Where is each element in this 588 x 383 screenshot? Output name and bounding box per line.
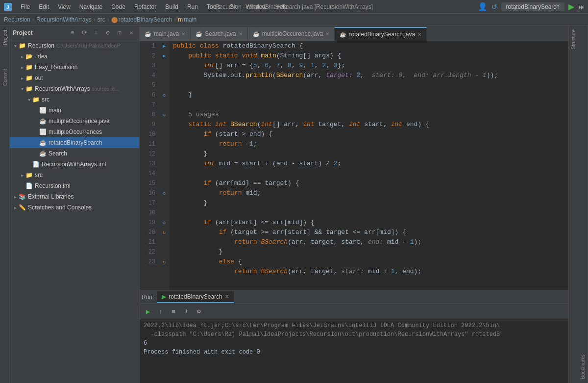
breadcrumb-file-icon: ⬤	[111, 16, 118, 23]
code-content[interactable]: public class rotatedBinarySearch { publi…	[169, 41, 568, 290]
tree-item-multiple-occ[interactable]: ☕ multipleOccurence.java	[10, 116, 139, 127]
gutter-diamond-19[interactable]: ◇	[159, 218, 169, 228]
menu-refactor[interactable]: Refactor	[130, 2, 160, 11]
close-panel-icon[interactable]: ✕	[126, 28, 136, 38]
layout-icon[interactable]: ◫	[115, 28, 124, 38]
tab-search-close[interactable]: ✕	[239, 31, 243, 37]
tree-label-main-pkg: main	[49, 107, 61, 114]
tree-label-multiple-occs: multipleOccurrences	[49, 128, 102, 135]
run-scroll-btn[interactable]: ⬇	[181, 306, 192, 317]
tree-item-rotated[interactable]: ☕ rotatedBinarySearch	[10, 137, 139, 148]
menu-build[interactable]: Build	[161, 2, 182, 11]
run-label: Run:	[142, 294, 154, 301]
collapse-all-icon[interactable]: ≡	[91, 28, 101, 38]
code-editor: 1 2 3 4 5 6 7 8 9 10 11 12 13 14 15 16 1…	[140, 41, 568, 290]
tree-item-idea[interactable]: ▸ 📂 .idea	[10, 51, 139, 62]
gutter-refresh-20[interactable]: ↻	[159, 228, 169, 237]
tree-item-out[interactable]: ▸ 📁 out	[10, 73, 139, 83]
breadcrumb-method[interactable]: main	[184, 16, 196, 23]
line-num-2: 2	[140, 51, 155, 61]
tab-bar: ☕ main.java ✕ ☕ Search.java ✕ ☕ multiple…	[140, 26, 568, 41]
tree-item-search[interactable]: ☕ Search	[10, 148, 139, 159]
tab-multiple[interactable]: ☕ multipleOccurence.java ✕	[248, 27, 335, 41]
left-sidebar-icons: Project Commit	[0, 26, 10, 383]
tree-item-recursion[interactable]: ▾ 📁 Recursion C:\Users\Raj Palmal\IdeaP	[10, 40, 139, 51]
line-num-19: 19	[140, 218, 155, 228]
structure-tab[interactable]: Structure	[570, 26, 577, 53]
code-line-4: System.out.println(BSearch(arr, target: …	[173, 71, 564, 80]
tab-rotated[interactable]: ☕ rotatedBinarySearch.java ✕	[335, 27, 427, 41]
project-toolbar: Project ⊕ ⟳ ≡ ⚙ ◫ ✕	[10, 26, 139, 40]
tree-item-ext-libs[interactable]: ▸ 📚 External Libraries	[10, 191, 139, 202]
tree-label-idea: .idea	[35, 53, 48, 60]
run-stop-button[interactable]: ■	[168, 306, 179, 317]
tab-main-close[interactable]: ✕	[181, 31, 185, 37]
sync-icon[interactable]: ⟳	[79, 28, 89, 38]
tree-arrow-ext-libs: ▸	[12, 194, 19, 200]
vcs-icon[interactable]: ↺	[491, 3, 497, 11]
lib-icon: 📚	[19, 193, 26, 200]
gutter: ▶ ▶ ◇ ◇ ◇ ◇ ↻	[159, 41, 169, 290]
gutter-refresh-23[interactable]: ↻	[159, 257, 169, 267]
tree-arrow-idea: ▸	[19, 54, 25, 59]
menu-edit[interactable]: Edit	[35, 2, 53, 11]
tree-item-src2[interactable]: ▸ 📁 src	[10, 170, 139, 180]
tree-item-easy[interactable]: ▸ 📁 Easy_Recursion	[10, 62, 139, 73]
gutter-diamond-6[interactable]: ◇	[159, 90, 169, 100]
run-play-button[interactable]: ▶	[143, 306, 153, 317]
run-settings-btn[interactable]: ⚙	[194, 306, 204, 317]
breadcrumb-file[interactable]: rotatedBinarySearch	[119, 16, 172, 23]
run-rerun-button[interactable]: ↑	[155, 306, 166, 317]
tree-item-rec-iml[interactable]: 📄 Recursion.iml	[10, 180, 139, 191]
next-button[interactable]: ⏭	[578, 3, 585, 11]
tree-item-rwa[interactable]: ▾ 📁 RecursionWithArrays sources ro...	[10, 83, 139, 94]
code-line-20: return BSearch(arr, target, start, end: …	[173, 237, 564, 247]
tree-item-src[interactable]: ▾ 📁 src	[10, 94, 139, 105]
run-tab-rotated[interactable]: ▶ rotatedBinarySearch ✕	[157, 291, 233, 303]
code-line-18: if (arr[start] <= arr[mid]) {	[173, 218, 564, 228]
gutter-empty-10	[159, 129, 169, 139]
menu-run[interactable]: Run	[183, 2, 202, 11]
run-tab-close[interactable]: ✕	[225, 294, 229, 299]
console-line-2: -classpath "C:\Users\Raj Palmal\IdeaProj…	[144, 330, 564, 339]
code-line-17	[173, 208, 564, 218]
gutter-diamond-8[interactable]: ◇	[159, 110, 169, 120]
code-line-8b: static int BSearch(int[] arr, int target…	[173, 120, 564, 129]
scratches-icon: ✏️	[19, 204, 26, 211]
commit-icon[interactable]: Commit	[0, 68, 9, 87]
gutter-empty-7	[159, 100, 169, 110]
tab-main[interactable]: ☕ main.java ✕	[140, 27, 191, 41]
tree-item-multiple-occs[interactable]: ⬜ multipleOccurrences	[10, 127, 139, 137]
gutter-diamond-16[interactable]: ◇	[159, 188, 169, 198]
tree-path: C:\Users\Raj Palmal\IdeaP	[56, 43, 121, 49]
gutter-run-2[interactable]: ▶	[159, 51, 169, 61]
tree-item-rwa-iml[interactable]: 📄 RecursionWithArrays.iml	[10, 159, 139, 170]
menu-navigate[interactable]: Navigate	[75, 2, 106, 11]
tree-item-main-pkg[interactable]: ⬜ main	[10, 105, 139, 116]
gutter-run-1[interactable]: ▶	[159, 41, 169, 51]
breadcrumb-src[interactable]: src	[98, 16, 105, 23]
add-icon[interactable]: ⊕	[68, 28, 77, 38]
menu-code[interactable]: Code	[107, 2, 129, 11]
settings-gear-icon[interactable]: ⚙	[103, 28, 113, 38]
run-button[interactable]: ▶	[568, 2, 574, 11]
tab-search[interactable]: ☕ Search.java ✕	[191, 27, 247, 41]
tree-arrow-rwa-iml	[25, 162, 32, 167]
tab-multiple-icon: ☕	[253, 31, 260, 37]
tree-arrow-multiple-occ	[32, 119, 39, 124]
breadcrumb-recursionwitharrays[interactable]: RecursionWithArrays	[36, 16, 92, 23]
menu-view[interactable]: View	[54, 2, 74, 11]
menu-file[interactable]: File	[17, 2, 34, 11]
tree-item-scratches[interactable]: ▸ ✏️ Scratches and Consoles	[10, 202, 139, 213]
account-icon[interactable]: 👤	[478, 2, 488, 11]
project-view-icon[interactable]: Project	[0, 27, 9, 47]
tab-rotated-close[interactable]: ✕	[417, 32, 421, 37]
tab-multiple-close[interactable]: ✕	[325, 31, 329, 37]
breadcrumb-recursion[interactable]: Recursion	[4, 16, 30, 23]
code-line-15: return mid;	[173, 188, 564, 198]
gutter-empty-12	[159, 149, 169, 159]
run-config-selector[interactable]: rotatedBinarySearch	[501, 2, 564, 11]
code-line-14: if (arr[mid] == target) {	[173, 179, 564, 188]
breadcrumb-sep-2: ›	[94, 16, 96, 23]
bookmarks-tab[interactable]: Bookmarks	[579, 351, 587, 383]
